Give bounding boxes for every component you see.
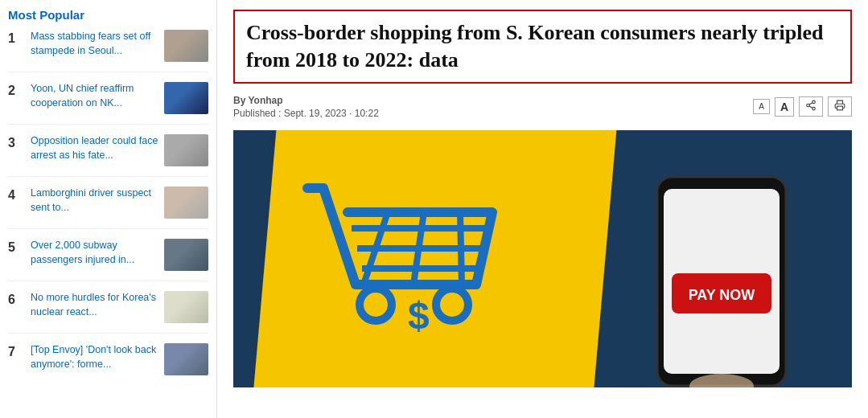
news-item[interactable]: 5Over 2,000 subway passengers injured in… <box>8 239 208 281</box>
news-item[interactable]: 7[Top Envoy] 'Don't look back anymore': … <box>8 343 208 385</box>
news-item[interactable]: 2Yoon, UN chief reaffirm cooperation on … <box>8 82 208 125</box>
author-date: By Yonhap Published : Sept. 19, 2023 · 1… <box>233 95 379 119</box>
item-number: 1 <box>8 31 24 46</box>
news-item[interactable]: 6No more hurdles for Korea's nuclear rea… <box>8 291 208 334</box>
svg-point-12 <box>360 289 392 321</box>
item-number: 5 <box>8 240 24 255</box>
meta-tools: A A <box>753 96 852 117</box>
font-small-button[interactable]: A <box>753 99 770 114</box>
item-text: Yoon, UN chief reaffirm cooperation on N… <box>31 82 159 110</box>
item-number: 2 <box>8 84 24 98</box>
article-image: $ PAY NOW <box>233 130 852 387</box>
news-item[interactable]: 1Mass stabbing fears set off stampede in… <box>8 30 208 72</box>
item-text: Mass stabbing fears set off stampede in … <box>31 30 159 58</box>
svg-text:PAY NOW: PAY NOW <box>689 287 755 303</box>
svg-point-1 <box>807 104 810 107</box>
article-meta: By Yonhap Published : Sept. 19, 2023 · 1… <box>233 95 852 119</box>
article-image-background: $ PAY NOW <box>233 130 852 387</box>
shopping-cart-icon: $ <box>283 156 508 344</box>
svg-line-3 <box>809 106 812 108</box>
svg-point-0 <box>812 100 816 104</box>
font-large-button[interactable]: A <box>775 97 794 117</box>
svg-text:$: $ <box>408 294 430 337</box>
item-text: Over 2,000 subway passengers injured in.… <box>31 239 159 267</box>
item-thumbnail <box>164 82 208 114</box>
svg-line-11 <box>460 212 462 285</box>
share-button[interactable] <box>799 96 823 117</box>
news-item[interactable]: 3Opposition leader could face arrest as … <box>8 134 208 177</box>
svg-point-2 <box>812 107 816 110</box>
item-thumbnail <box>164 343 208 375</box>
published-date: Published : Sept. 19, 2023 · 10:22 <box>233 108 379 119</box>
item-thumbnail <box>164 291 208 323</box>
item-text: Opposition leader could face arrest as h… <box>31 134 159 162</box>
sidebar-title: Most Popular <box>8 8 208 22</box>
item-thumbnail <box>164 239 208 271</box>
item-text: [Top Envoy] 'Don't look back anymore': f… <box>31 343 159 371</box>
item-number: 4 <box>8 188 24 203</box>
article-title: Cross-border shopping from S. Korean con… <box>233 10 852 84</box>
sidebar: Most Popular 1Mass stabbing fears set of… <box>0 0 217 418</box>
item-thumbnail <box>164 186 208 219</box>
item-thumbnail <box>164 30 208 62</box>
svg-rect-5 <box>837 106 843 110</box>
item-number: 6 <box>8 293 24 307</box>
item-number: 7 <box>8 345 24 359</box>
item-number: 3 <box>8 136 24 150</box>
print-button[interactable] <box>828 96 852 117</box>
svg-line-4 <box>809 103 812 104</box>
item-thumbnail <box>164 134 208 166</box>
item-text: Lamborghini driver suspect sent to... <box>31 186 159 215</box>
main-content: Cross-border shopping from S. Korean con… <box>217 0 868 418</box>
author-name: By Yonhap <box>233 95 379 106</box>
news-item[interactable]: 4Lamborghini driver suspect sent to... <box>8 186 208 229</box>
phone-image: PAY NOW <box>641 169 802 387</box>
item-text: No more hurdles for Korea's nuclear reac… <box>31 291 159 319</box>
svg-point-13 <box>436 289 468 321</box>
news-list: 1Mass stabbing fears set off stampede in… <box>8 30 208 385</box>
